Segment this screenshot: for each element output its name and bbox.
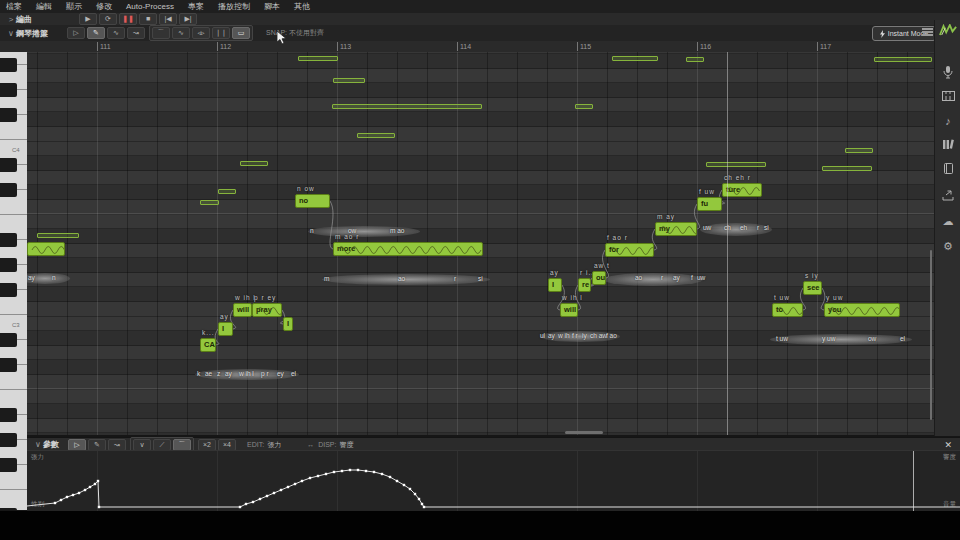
note-lyric: re	[582, 280, 589, 289]
param-pointer-tool[interactable]: ▷	[68, 439, 86, 451]
parameter-graph[interactable]: 張力 性別 響度 音量	[27, 450, 960, 511]
param-pencil-tool[interactable]: ✎	[88, 439, 106, 451]
disp-arrows-icon[interactable]: ↔	[307, 441, 314, 448]
note[interactable]: out	[592, 271, 606, 285]
snap-value[interactable]: 不使用對齊	[289, 29, 324, 36]
black-key[interactable]	[0, 508, 17, 511]
pitch-mode-sine[interactable]: ∿	[172, 27, 190, 39]
go-end-button[interactable]: ▶|	[179, 13, 197, 25]
param-shape-arc[interactable]: ⌒	[173, 439, 191, 451]
piano-keyboard[interactable]: C4C3	[0, 52, 27, 510]
note[interactable]: re	[578, 278, 591, 292]
black-key[interactable]	[0, 333, 17, 347]
menu-item-腳本[interactable]: 腳本	[264, 1, 280, 12]
beat-line	[277, 52, 278, 435]
note[interactable]: CA..	[200, 338, 216, 352]
menu-item-修改[interactable]: 修改	[96, 1, 112, 12]
param-shape-line[interactable]: ⟋	[153, 439, 171, 451]
note[interactable]: will	[233, 303, 252, 317]
library-icon[interactable]	[935, 139, 960, 152]
play-button[interactable]: ▶	[79, 13, 97, 25]
stop-button[interactable]: ■	[139, 13, 157, 25]
note[interactable]: I	[218, 322, 233, 336]
menu-item-其他[interactable]: 其他	[294, 1, 310, 12]
menu-item-檔案[interactable]: 檔案	[6, 1, 22, 12]
note-lyric: no	[299, 196, 308, 205]
panel-menu-icon[interactable]	[922, 28, 933, 37]
black-key[interactable]	[0, 183, 17, 197]
export-icon[interactable]	[935, 190, 960, 203]
black-key[interactable]	[0, 158, 17, 172]
pitch-mode-seg[interactable]: ◃▹	[192, 27, 210, 39]
edit-param-value[interactable]: 張力	[267, 440, 281, 450]
black-key[interactable]	[0, 458, 17, 472]
pianoroll-tools: ▷✎∿↝⌒∿◃▹❘❘▭	[66, 25, 256, 41]
param-zoom-x4[interactable]: ×4	[218, 439, 236, 451]
pitch-mode-arc[interactable]: ⌒	[152, 27, 170, 39]
horizontal-scrollbar[interactable]	[565, 431, 603, 434]
menu-item-播放控制[interactable]: 播放控制	[218, 1, 250, 12]
pitch-mode-bars[interactable]: ❘❘	[212, 27, 230, 39]
note[interactable]: will	[560, 303, 578, 317]
note[interactable]: ture	[722, 183, 762, 197]
note[interactable]: for	[605, 243, 654, 257]
param-step-tool[interactable]: ↝	[108, 439, 126, 451]
beat-line	[307, 52, 308, 435]
note-draw-tool[interactable]: ∿	[107, 27, 125, 39]
collapse-pianoroll-icon[interactable]: ∨	[6, 29, 16, 38]
music-note-icon[interactable]: ♪	[935, 115, 960, 127]
note[interactable]: fu	[697, 197, 722, 211]
menu-item-專案[interactable]: 專案	[188, 1, 204, 12]
pitch-mode-flat[interactable]: ▭	[232, 27, 250, 39]
measure-line	[217, 52, 218, 435]
black-key[interactable]	[0, 58, 17, 72]
note[interactable]: no	[295, 194, 330, 208]
note[interactable]: you	[824, 303, 900, 317]
book-icon[interactable]	[935, 163, 960, 176]
note[interactable]: my	[655, 222, 697, 236]
param-shape-chevron[interactable]: ∨	[133, 439, 151, 451]
collapse-parameters-icon[interactable]: ∨	[33, 440, 43, 449]
black-key[interactable]	[0, 358, 17, 372]
white-key[interactable]	[0, 490, 27, 511]
note[interactable]: pray	[252, 303, 282, 317]
go-start-button[interactable]: |◀	[159, 13, 177, 25]
note[interactable]: to	[772, 303, 803, 317]
beat-line	[187, 52, 188, 435]
black-key[interactable]	[0, 408, 17, 422]
pitch-tool[interactable]: ↝	[127, 27, 145, 39]
black-key[interactable]	[0, 433, 17, 447]
pause-button[interactable]: ❚❚	[119, 13, 137, 25]
pianoroll-section-label[interactable]: 鋼琴捲簾	[16, 28, 48, 39]
black-key[interactable]	[0, 258, 17, 272]
black-key[interactable]	[0, 83, 17, 97]
measure-line	[577, 52, 578, 435]
microphone-icon[interactable]	[935, 66, 960, 81]
close-parameters-icon[interactable]: ✕	[944, 440, 952, 450]
note[interactable]: more	[333, 242, 483, 256]
pointer-tool[interactable]: ▷	[67, 27, 85, 39]
vertical-scrollbar[interactable]	[930, 250, 932, 420]
note[interactable]: I	[548, 278, 562, 292]
note[interactable]	[27, 242, 65, 256]
note[interactable]: see	[803, 281, 822, 295]
cloud-icon[interactable]: ☁	[935, 215, 960, 228]
expand-arrangement-icon[interactable]: >	[6, 15, 16, 24]
black-key[interactable]	[0, 283, 17, 297]
menu-item-Auto-Process[interactable]: Auto-Process	[126, 2, 174, 11]
arrangement-section-label[interactable]: 編曲	[16, 14, 32, 25]
menu-item-編輯[interactable]: 編輯	[36, 1, 52, 12]
note[interactable]: I	[283, 317, 293, 331]
loop-button[interactable]: ⟳	[99, 13, 117, 25]
menu-item-顯示[interactable]: 顯示	[66, 1, 82, 12]
black-key[interactable]	[0, 108, 17, 122]
settings-gear-icon[interactable]: ⚙	[935, 240, 960, 253]
piano-icon[interactable]	[935, 91, 960, 103]
beat-line	[547, 52, 548, 435]
param-zoom-x2[interactable]: ×2	[198, 439, 216, 451]
black-key[interactable]	[0, 233, 17, 247]
beat-line	[877, 52, 878, 435]
disp-param-value[interactable]: 響度	[339, 440, 353, 450]
note-lyric: out	[596, 273, 606, 282]
pencil-tool[interactable]: ✎	[87, 27, 105, 39]
